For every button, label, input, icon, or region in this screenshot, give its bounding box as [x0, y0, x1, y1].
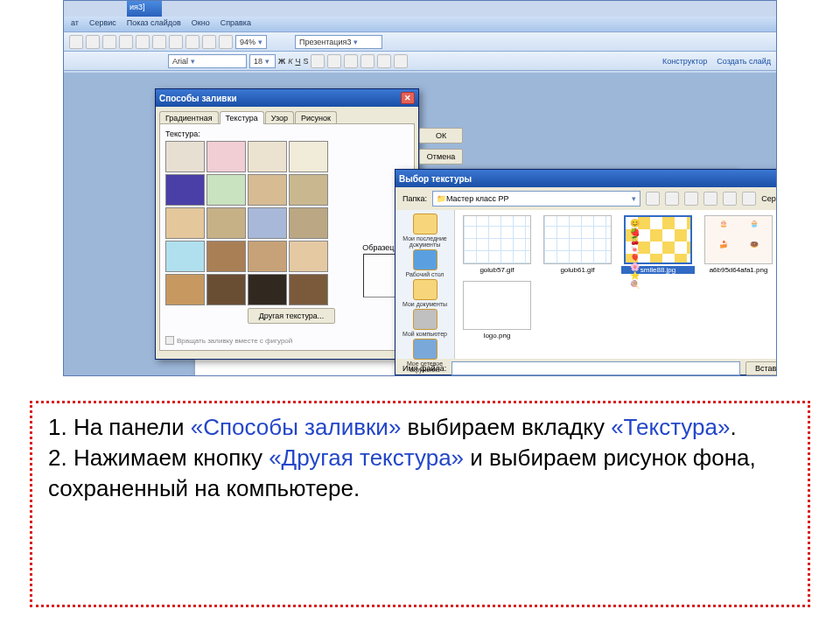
- toolbar-btn[interactable]: [327, 54, 341, 68]
- instr-text: выбираем вкладку: [401, 414, 611, 440]
- toolbar-btn[interactable]: [102, 35, 116, 49]
- toolbar-btn[interactable]: [377, 54, 391, 68]
- texture-swatch[interactable]: [165, 207, 205, 239]
- texture-swatch[interactable]: [165, 141, 205, 172]
- file-item[interactable]: golub61.gif: [541, 215, 614, 274]
- menu-slideshow[interactable]: Показ слайдов: [127, 18, 181, 30]
- views-icon[interactable]: [742, 192, 756, 206]
- back-icon[interactable]: [646, 192, 660, 206]
- underline-btn[interactable]: Ч: [295, 57, 300, 66]
- folder-select[interactable]: 📁 Мастер класс РР▾: [432, 191, 640, 206]
- toolbar-btn[interactable]: [360, 54, 374, 68]
- file-name: golub61.gif: [541, 266, 614, 274]
- tab-gradient[interactable]: Градиентная: [159, 111, 219, 124]
- zoom-select[interactable]: 94%▾: [235, 35, 267, 49]
- tab-picture[interactable]: Рисунок: [295, 111, 337, 124]
- texture-swatch[interactable]: [289, 207, 328, 239]
- menu-service[interactable]: Сервис: [89, 18, 116, 30]
- texture-swatch[interactable]: [206, 241, 246, 272]
- titlebar-fragment: ия3]: [127, 1, 162, 17]
- delete-icon[interactable]: [704, 192, 718, 206]
- place-item[interactable]: Мои последние документы: [397, 214, 452, 248]
- menu-format[interactable]: ат: [71, 18, 79, 30]
- instr-text: 1. На панели: [48, 414, 191, 440]
- toolbar-btn[interactable]: [152, 35, 166, 49]
- insert-button[interactable]: Вставить: [746, 361, 777, 375]
- place-item[interactable]: Мои документы: [397, 279, 452, 307]
- toolbar-standard: 94%▾ Презентация3▾: [64, 32, 776, 52]
- texture-swatch[interactable]: [165, 241, 205, 272]
- ok-button[interactable]: ОК: [419, 128, 463, 144]
- new-slide-btn[interactable]: Создать слайд: [717, 57, 771, 66]
- instruction-box: 1. На панели «Способы заливки» выбираем …: [30, 401, 810, 607]
- toolbar-btn[interactable]: [186, 35, 200, 49]
- texture-swatch[interactable]: [248, 274, 287, 305]
- menubar: ат Сервис Показ слайдов Окно Справка: [64, 17, 776, 32]
- tab-texture[interactable]: Текстура: [220, 111, 264, 124]
- texture-swatch[interactable]: [206, 274, 246, 305]
- toolbar-btn[interactable]: [86, 35, 100, 49]
- checkbox-icon: [165, 336, 174, 345]
- file-name: logo.png: [460, 332, 534, 340]
- instr-quoted: «Способы заливки»: [191, 414, 402, 440]
- size-select[interactable]: 18▾: [249, 54, 276, 68]
- texture-swatch[interactable]: [289, 141, 328, 172]
- dialog-title: Способы заливки: [159, 94, 237, 103]
- toolbar-btn[interactable]: [119, 35, 133, 49]
- newfolder-icon[interactable]: [723, 192, 737, 206]
- file-item[interactable]: 😊🍓🍒🍬🎈🌸⭐🍭smile88.jpg: [621, 215, 695, 274]
- texture-swatch[interactable]: [248, 141, 287, 172]
- texture-swatch[interactable]: [206, 174, 246, 206]
- up-icon[interactable]: [665, 192, 679, 206]
- rotate-checkbox[interactable]: Вращать заливку вместе с фигурой: [165, 336, 292, 345]
- document-name[interactable]: Презентация3▾: [295, 35, 382, 49]
- place-item[interactable]: Мой компьютер: [397, 309, 452, 337]
- cancel-button[interactable]: Отмена: [419, 149, 463, 164]
- texture-swatch[interactable]: [289, 174, 328, 206]
- italic-btn[interactable]: К: [288, 57, 292, 66]
- texture-swatch[interactable]: [289, 274, 328, 305]
- dialog-titlebar: Способы заливки ✕: [156, 89, 418, 107]
- toolbar-btn[interactable]: [394, 54, 408, 68]
- tab-strip: Градиентная Текстура Узор Рисунок: [156, 107, 418, 123]
- texture-swatch[interactable]: [248, 207, 287, 239]
- file-item[interactable]: logo.png: [460, 281, 534, 340]
- texture-swatch[interactable]: [248, 174, 287, 206]
- tab-body: Текстура: ОК Отмена Образец: Другая текс…: [159, 123, 415, 351]
- place-item[interactable]: Рабочий стол: [397, 249, 452, 277]
- picker-title: Выбор текстуры: [399, 174, 472, 184]
- toolbar-btn[interactable]: [169, 35, 183, 49]
- texture-swatch[interactable]: [248, 241, 287, 272]
- file-item[interactable]: 🎂🧁🍰🍩a6b95d64afa1.png: [702, 215, 775, 274]
- filename-field[interactable]: [452, 361, 740, 375]
- thumbnail: [543, 215, 612, 264]
- close-icon[interactable]: ✕: [401, 92, 415, 104]
- designer-btn[interactable]: Конструктор: [662, 57, 707, 66]
- toolbar-btn[interactable]: [344, 54, 358, 68]
- texture-swatch[interactable]: [165, 274, 205, 305]
- other-texture-button[interactable]: Другая текстура...: [248, 308, 335, 324]
- rotate-label: Вращать заливку вместе с фигурой: [177, 337, 292, 345]
- texture-swatch[interactable]: [165, 174, 205, 206]
- texture-swatch[interactable]: [206, 207, 246, 239]
- toolbar-btn[interactable]: [136, 35, 150, 49]
- menu-window[interactable]: Окно: [192, 18, 210, 30]
- file-area[interactable]: golub57.gifgolub61.gif😊🍓🍒🍬🎈🌸⭐🍭smile88.jp…: [455, 210, 777, 359]
- thumbnail: 🎂🧁🍰🍩: [704, 215, 773, 264]
- strike-btn[interactable]: S: [303, 57, 308, 66]
- sample-label: Образец:: [362, 243, 396, 252]
- bold-btn[interactable]: Ж: [278, 57, 285, 66]
- tab-pattern[interactable]: Узор: [265, 111, 294, 124]
- service-menu[interactable]: Сервис: [761, 194, 777, 203]
- toolbar-btn[interactable]: [219, 35, 233, 49]
- toolbar-btn[interactable]: [202, 35, 216, 49]
- toolbar-btn[interactable]: [69, 35, 83, 49]
- texture-swatch[interactable]: [206, 141, 246, 172]
- texture-swatch[interactable]: [289, 241, 328, 272]
- menu-help[interactable]: Справка: [220, 18, 251, 30]
- texture-picker-dialog: Выбор текстуры ✕ Папка: 📁 Мастер класс Р…: [395, 169, 777, 375]
- toolbar-btn[interactable]: [311, 54, 325, 68]
- search-icon[interactable]: [684, 192, 698, 206]
- font-select[interactable]: Arial▾: [168, 54, 247, 68]
- file-item[interactable]: golub57.gif: [460, 215, 534, 274]
